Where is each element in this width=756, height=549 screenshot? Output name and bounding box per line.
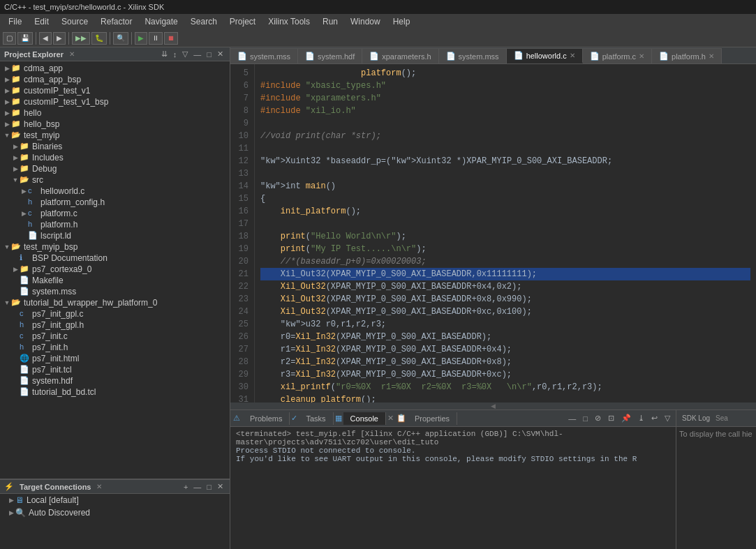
console-word-wrap-btn[interactable]: ↩ (648, 413, 660, 423)
tree-lscript-ld[interactable]: 📄 lscript.ld (0, 230, 230, 241)
tab-system-mss-1[interactable]: 📄 system.mss (230, 48, 298, 63)
tree-customip-test-v1-bsp[interactable]: ▶ 📁 customIP_test_v1_bsp (0, 96, 230, 107)
code-content[interactable]: platform();#include "xbasic_types.h"#inc… (255, 64, 756, 403)
menu-window[interactable]: Window (345, 15, 386, 28)
menu-file[interactable]: File (3, 15, 27, 28)
toolbar-pause[interactable]: ⏸ (149, 32, 163, 45)
menu-project[interactable]: Project (224, 15, 261, 28)
tab-tasks[interactable]: Tasks (299, 412, 333, 425)
tree-cdma-app-bsp[interactable]: ▶ 📁 cdma_app_bsp (0, 74, 230, 85)
tree-ps7-cortexa9[interactable]: ▶ 📁 ps7_cortexa9_0 (0, 264, 230, 275)
tree-platform-config-h[interactable]: h platform_config.h (0, 197, 230, 208)
toolbar-sep-2 (68, 32, 69, 45)
tree-label-customip-v1-bsp: customIP_test_v1_bsp (24, 97, 108, 107)
tree-ps7-init-html[interactable]: 🌐 ps7_init.html (0, 353, 230, 364)
tab-problems[interactable]: Problems (243, 412, 290, 425)
tree-makefile[interactable]: 📄 Makefile (0, 275, 230, 286)
tree-system-mss[interactable]: 📄 system.mss (0, 286, 230, 297)
menu-source[interactable]: Source (56, 15, 94, 28)
tree-label-platform-h: platform.h (40, 220, 77, 230)
toolbar-save[interactable]: 💾 (17, 32, 33, 45)
console-scroll-btn[interactable]: ⤓ (635, 413, 647, 423)
tree-tutorial-bd[interactable]: ▼ 📂 tutorial_bd_wrapper_hw_platform_0 (0, 297, 230, 308)
console-pin-btn[interactable]: 📌 (618, 413, 634, 423)
tc-maximize-btn[interactable]: □ (205, 481, 214, 492)
tree-label-platform-c: platform.c (40, 209, 77, 218)
folder-icon-hello-bsp: 📁 (11, 119, 22, 129)
tab-label-xparameters-h: xparameters.h (382, 52, 431, 61)
link-editor-btn[interactable]: ↕ (171, 49, 179, 59)
tree-test-myip-bsp[interactable]: ▼ 📂 test_myip_bsp (0, 241, 230, 253)
toolbar-new[interactable]: ▢ (3, 32, 16, 45)
console-clear-btn[interactable]: ⊘ (592, 413, 604, 423)
menu-run[interactable]: Run (317, 15, 343, 28)
tree-binaries[interactable]: ▶ 📁 Binaries (0, 141, 230, 152)
tree-customip-test-v1[interactable]: ▶ 📁 customIP_test_v1 (0, 85, 230, 96)
toolbar-run-green[interactable]: ▶ (135, 32, 147, 45)
tree-hello-bsp[interactable]: ▶ 📁 hello_bsp (0, 119, 230, 130)
tab-helloworld-c[interactable]: 📄 helloworld.c ✕ (507, 48, 583, 63)
tab-xparameters-h[interactable]: 📄 xparameters.h (362, 48, 438, 63)
editor-area[interactable]: 5678910111213141516171819202122232425262… (230, 64, 756, 403)
menu-help[interactable]: Help (387, 15, 416, 28)
console-copy-btn[interactable]: ⊡ (605, 413, 617, 423)
close-explorer-btn[interactable]: ✕ (215, 49, 225, 59)
tc-minimize-btn[interactable]: — (191, 481, 203, 492)
menu-search[interactable]: Search (185, 15, 223, 28)
tree-helloworld-c[interactable]: ▶ c helloworld.c (0, 186, 230, 197)
target-local-default[interactable]: ▶ 🖥 Local [default] (0, 494, 230, 506)
console-minimize-btn[interactable]: — (565, 414, 579, 423)
tab-close-platform-c[interactable]: ✕ (639, 52, 644, 60)
menu-edit[interactable]: Edit (29, 15, 54, 28)
tree-platform-c[interactable]: ▶ c platform.c (0, 208, 230, 219)
tree-label-tutorial-bd: tutorial_bd_wrapper_hw_platform_0 (24, 298, 157, 308)
menu-navigate[interactable]: Navigate (139, 15, 183, 28)
tab-close-helloworld-c[interactable]: ✕ (570, 52, 575, 59)
tree-cdma-app[interactable]: ▶ 📁 cdma_app (0, 63, 230, 74)
tree-hello[interactable]: ▶ 📁 hello (0, 107, 230, 119)
tree-debug[interactable]: ▶ 📁 Debug (0, 163, 230, 174)
maximize-explorer-btn[interactable]: □ (205, 49, 214, 59)
code-line-16: init_platform(); (260, 205, 750, 218)
tree-ps7-init-gpl-h[interactable]: h ps7_init_gpl.h (0, 319, 230, 331)
collapse-all-btn[interactable]: ⇊ (159, 49, 170, 59)
toolbar-back[interactable]: ◀ (39, 32, 52, 45)
console-new-btn[interactable]: ▽ (662, 413, 673, 423)
toolbar-search[interactable]: 🔍 (113, 32, 128, 45)
minimize-explorer-btn[interactable]: — (191, 49, 203, 59)
code-line-27: r1=Xil_In32(XPAR_MYIP_0_S00_AXI_BASEADDR… (260, 343, 750, 356)
console-output: <terminated> test_myip.elf [Xilinx C/C++… (230, 427, 676, 549)
tree-arrow-tutorial-bd: ▼ (3, 299, 11, 306)
new-connection-btn[interactable]: + (181, 481, 190, 492)
tab-console[interactable]: Console (343, 412, 386, 425)
tree-arrow-includes: ▶ (11, 154, 20, 161)
menu-xilinx-tools[interactable]: Xilinx Tools (262, 15, 316, 28)
tree-bsp-doc[interactable]: ℹ BSP Documentation (0, 253, 230, 264)
tree-src[interactable]: ▼ 📂 src (0, 174, 230, 186)
toolbar-stop[interactable]: ⏹ (164, 32, 178, 45)
tree-system-hdf[interactable]: 📄 system.hdf (0, 375, 230, 386)
tab-system-mss-2[interactable]: 📄 system.mss (439, 48, 507, 63)
tree-tutorial-bd-tcl[interactable]: 📄 tutorial_bd_bd.tcl (0, 386, 230, 398)
tab-close-platform-h[interactable]: ✕ (709, 52, 714, 60)
tab-platform-h[interactable]: 📄 platform.h ✕ (652, 48, 722, 63)
tab-properties[interactable]: Properties (408, 412, 457, 425)
tree-ps7-init-c[interactable]: c ps7_init.c (0, 331, 230, 342)
menu-refactor[interactable]: Refactor (95, 15, 138, 28)
tree-ps7-init-gpl-c[interactable]: c ps7_init_gpl.c (0, 308, 230, 319)
tab-platform-c[interactable]: 📄 platform.c ✕ (583, 48, 652, 63)
filter-btn[interactable]: ▽ (180, 49, 190, 59)
tc-close-btn[interactable]: ✕ (215, 481, 225, 492)
tree-ps7-init-h[interactable]: h ps7_init.h (0, 342, 230, 353)
toolbar-build[interactable]: ▶▶ (72, 32, 90, 45)
tab-system-hdf-1[interactable]: 📄 system.hdf (298, 48, 362, 63)
tree-platform-h[interactable]: h platform.h (0, 219, 230, 230)
tree-test-myip[interactable]: ▼ 📂 test_myip (0, 130, 230, 141)
target-connections-panel: ⚡ Target Connections ✕ + — □ ✕ ▶ 🖥 Local… (0, 479, 230, 549)
toolbar-debug[interactable]: 🐛 (91, 32, 107, 45)
tree-includes[interactable]: ▶ 📁 Includes (0, 152, 230, 163)
target-auto-discovered[interactable]: ▶ 🔍 Auto Discovered (0, 506, 230, 519)
console-maximize-btn[interactable]: □ (580, 414, 591, 423)
tree-ps7-init-tcl[interactable]: 📄 ps7_init.tcl (0, 364, 230, 375)
toolbar-forward[interactable]: ▶ (53, 32, 66, 45)
